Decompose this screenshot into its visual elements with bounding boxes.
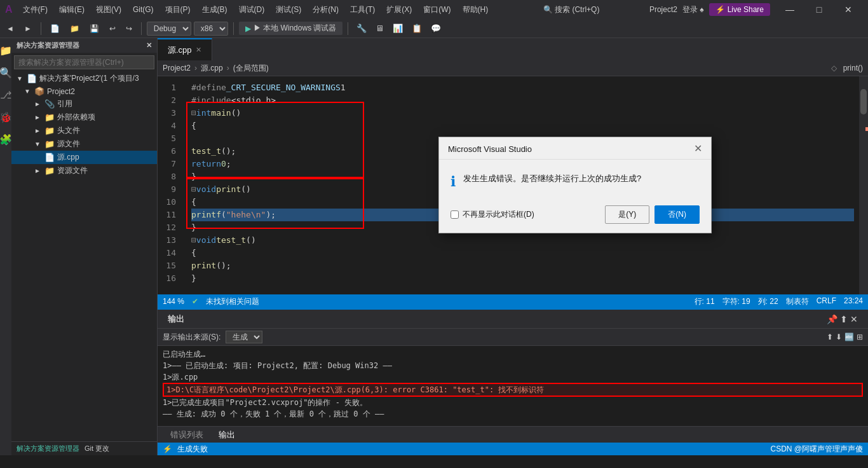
dialog-yes-button[interactable]: 是(Y) [605,205,649,224]
dialog-close-button[interactable]: ✕ [694,144,702,154]
debug-config-select[interactable]: Debug [147,22,191,36]
activity-explorer[interactable]: 📁 [0,41,12,60]
title-bar: A 文件(F) 编辑(E) 视图(V) Git(G) 项目(P) 生成(B) 调… [0,0,868,19]
toolbar-icon-3[interactable]: 📊 [390,22,406,34]
panel-tabs-left: 输出 [163,313,827,325]
dialog-body: ℹ 发生生成错误。是否继续并运行上次的成功生成? [439,160,711,200]
dialog-info-icon: ℹ [451,174,456,190]
solution-explorer-tab[interactable]: 解决方案资源管理器 [17,444,79,453]
sidebar-close[interactable]: ✕ [146,41,152,50]
panel-float-button[interactable]: ⬆ [840,314,848,324]
activity-extensions[interactable]: 🧩 [0,130,12,149]
sidebar-search-input[interactable] [14,55,154,69]
menu-help[interactable]: 帮助(H) [458,0,494,19]
title-bar-right: Project2 登录 ♠ ⚡ Live Share — □ ✕ [649,0,863,19]
menu-window[interactable]: 窗口(W) [418,0,456,19]
menu-test[interactable]: 测试(S) [271,0,306,19]
scrollbar-thumb[interactable] [860,89,867,114]
breadcrumb-file[interactable]: 源.cpp [201,63,223,74]
title-search[interactable]: 🔍 搜索 (Ctrl+Q) [543,4,600,15]
tree-item-extdeps[interactable]: ► 📁 外部依赖项 [11,111,157,124]
code-kw-13: void [196,234,216,247]
menu-file[interactable]: 文件(F) [18,0,53,19]
menu-analyze[interactable]: 分析(N) [308,0,344,19]
output-icon-4[interactable]: ⊞ [857,333,863,341]
editor-tab-sourcecpp[interactable]: 源.cpp ✕ [158,38,212,60]
activity-git[interactable]: ⎇ [0,85,11,105]
code-line-13: ⊟void test_t() [191,234,854,247]
redo-btn[interactable]: ↪ [122,23,136,34]
dialog-no-button[interactable]: 否(N) [654,205,700,224]
encoding-info[interactable]: 制表符 [786,296,809,307]
tree-item-sources[interactable]: ▼ 📁 源文件 [11,137,157,151]
output-icon-2[interactable]: ⬇ [836,333,842,341]
output-icon-1[interactable]: ⬆ [827,333,833,341]
code-fn-13: test_t [216,234,246,247]
tree-item-sourcecpp[interactable]: 📄 源.cpp [11,151,157,164]
breadcrumb-scope[interactable]: (全局范围) [233,63,269,74]
menu-debug[interactable]: 调试(D) [234,0,270,19]
tab-close-sourcecpp[interactable]: ✕ [196,39,201,61]
maximize-button[interactable]: □ [804,0,834,19]
ln-5: 5 [158,132,181,145]
forward-button[interactable]: ► [20,23,36,34]
run-button[interactable]: ▶ ▶ 本地 Windows 调试器 [239,22,343,35]
platform-select[interactable]: x86 [194,22,228,36]
char-info[interactable]: 字符: 19 [722,296,750,307]
menu-ext[interactable]: 扩展(X) [381,0,417,19]
save-btn[interactable]: 💾 [86,23,103,34]
live-share-button[interactable]: ⚡ Live Share [709,3,770,16]
login-button[interactable]: 登录 ♠ [682,4,704,15]
toolbar-icon-1[interactable]: 🔧 [353,22,370,34]
code-minus-9: ⊟ [191,183,196,196]
code-paren-6: (); [221,145,236,158]
code-minus-3: ⊟ [191,107,196,120]
ln-14: 14 [158,247,181,259]
menu-project[interactable]: 项目(P) [160,0,196,19]
open-btn[interactable]: 📁 [66,23,83,34]
minimize-button[interactable]: — [775,0,804,19]
vertical-scrollbar[interactable] [859,76,868,294]
refs-icon: 📎 [44,99,55,109]
line-ending[interactable]: CRLF [817,296,836,307]
new-file-btn[interactable]: 📄 [46,23,64,34]
toolbar-icon-4[interactable]: 📋 [409,22,425,34]
menu-git[interactable]: Git(G) [128,0,159,19]
line-info[interactable]: 行: 11 [695,296,715,307]
panel-tab-output[interactable]: 输出 [211,425,243,444]
menu-build[interactable]: 生成(B) [197,0,233,19]
menu-tools[interactable]: 工具(T) [345,0,380,19]
tree-item-refs[interactable]: ► 📎 引用 [11,97,157,111]
title-bar-left: A 文件(F) 编辑(E) 视图(V) Git(G) 项目(P) 生成(B) 调… [5,0,493,19]
zoom-level[interactable]: 144 % [163,297,184,306]
dialog-build-error: Microsoft Visual Studio ✕ ℹ 发生生成错误。是否继续并… [438,137,712,233]
panel-pin-button[interactable]: 📌 [827,314,837,324]
code-plain-3: () [231,107,241,120]
dialog-checkbox[interactable] [451,210,459,219]
col-info[interactable]: 列: 22 [758,296,778,307]
undo-btn[interactable]: ↩ [105,23,119,34]
dialog-footer: 不再显示此对话框(D) 是(Y) 否(N) [439,200,711,233]
panel-tab-errors[interactable]: 错误列表 [163,425,211,444]
panel-close-button[interactable]: ✕ [850,314,858,324]
toolbar-icon-5[interactable]: 💬 [428,22,444,34]
activity-debug[interactable]: 🐞 [0,107,12,127]
activity-search[interactable]: 🔍 [0,63,12,83]
tree-item-project[interactable]: ▼ 📦 Project2 [11,85,157,97]
output-source-select[interactable]: 生成 [226,331,262,343]
menu-view[interactable]: 视图(V) [91,0,126,19]
close-button[interactable]: ✕ [834,0,863,19]
code-minus-13: ⊟ [191,234,196,247]
tree-item-resources[interactable]: ► 📁 资源文件 [11,164,157,177]
back-button[interactable]: ◄ [3,23,18,34]
menu-edit[interactable]: 编辑(E) [54,0,90,19]
code-num-7: 0 [221,158,226,170]
output-icon-3[interactable]: 🔤 [844,333,854,341]
tree-item-headers[interactable]: ► 📁 头文件 [11,124,157,137]
toolbar-icon-2[interactable]: 🖥 [372,22,387,34]
breadcrumb-project[interactable]: Project2 [163,64,191,72]
tree-item-solution[interactable]: ▼ 📄 解决方案'Project2'(1 个项目/3 [11,72,157,85]
bottom-status-bar: ⚡ 生成失败 CSDN @阿曙声管理声声傻 [158,443,868,455]
code-fn-3: main [211,107,231,120]
git-changes-tab[interactable]: Git 更改 [85,444,109,453]
